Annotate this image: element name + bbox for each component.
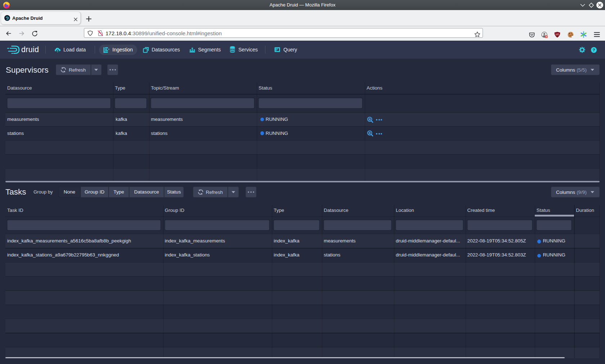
svg-text:UO: UO [556, 33, 559, 36]
svg-text:?: ? [592, 48, 595, 52]
